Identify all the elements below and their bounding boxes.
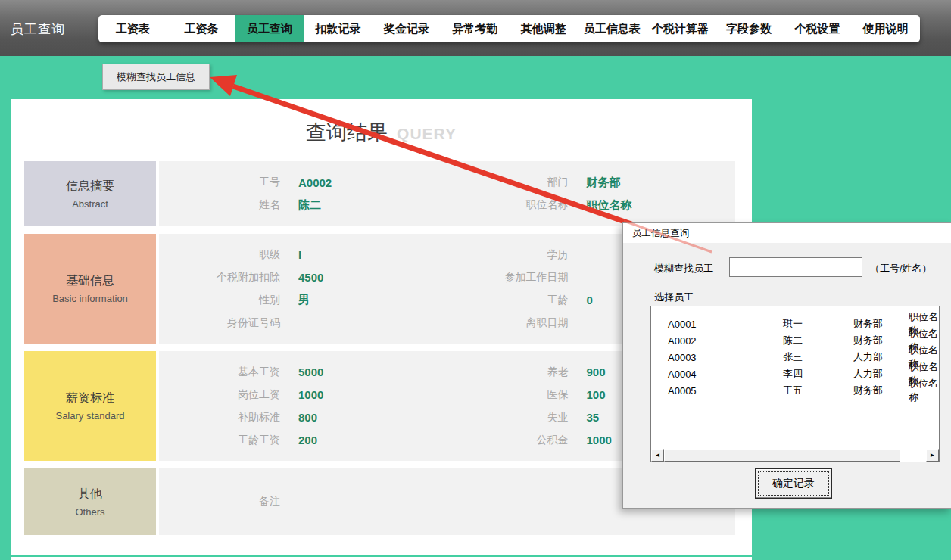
field-label: 工龄工资 [159, 434, 280, 447]
main-nav: 工资表 工资条 员工查询 扣款记录 奖金记录 异常考勤 其他调整 员工信息表 个… [98, 15, 920, 42]
field-label: 医保 [447, 388, 569, 402]
section-others-label: 其他 Others [24, 468, 156, 535]
employee-list-rows: A0001 琪一 财务部 职位名称 A0002 陈二 财务部 职位名称 A000… [651, 306, 939, 449]
field-row: 备注 [159, 490, 447, 513]
field-row: 性别 男 [159, 289, 447, 312]
field-value: 100 [587, 388, 606, 401]
section-name-en: Abstract [72, 198, 108, 210]
field-column-left: 备注 [159, 468, 447, 535]
employee-code: A0003 [668, 352, 783, 363]
field-value: 职位名称 [587, 198, 632, 213]
nav-tab[interactable]: 个税计算器 [646, 15, 714, 42]
nav-tab[interactable]: 员工查询 [235, 15, 304, 42]
field-label: 职级 [159, 248, 280, 262]
field-row: 职级 I [159, 244, 447, 266]
field-value: 800 [298, 411, 317, 424]
employee-code: A0001 [668, 319, 783, 330]
field-value: 200 [298, 434, 317, 446]
employee-name: 李四 [783, 367, 853, 381]
field-column-left: 职级 I 个税附加扣除 4500 性别 男 [159, 234, 447, 344]
nav-tab[interactable]: 个税设置 [783, 15, 851, 42]
fuzzy-search-label: 模糊查找员工 [654, 262, 713, 275]
field-value: 陈二 [298, 198, 321, 213]
employee-list-label: 选择员工 [654, 291, 694, 304]
scrollbar-track[interactable] [664, 449, 926, 462]
field-row: 部门 财务部 [447, 171, 736, 194]
employee-name: 琪一 [783, 317, 853, 331]
field-row: 身份证号码 [159, 312, 447, 334]
field-label: 工龄 [447, 294, 569, 307]
section-abstract-label: 信息摘要 Abstract [24, 161, 156, 226]
nav-tab[interactable]: 扣款记录 [304, 15, 372, 42]
dialog-title-bar[interactable]: 员工信息查询 [623, 223, 951, 243]
section-name-en: Others [75, 506, 104, 518]
field-value: 900 [587, 366, 606, 378]
field-label: 个税附加扣除 [159, 271, 280, 285]
section-name-cn: 薪资标准 [66, 390, 114, 406]
field-value: 35 [587, 411, 600, 424]
scroll-left-button[interactable]: ◄ [651, 449, 664, 462]
employee-dept: 财务部 [853, 317, 909, 331]
field-label: 工号 [159, 176, 280, 189]
field-row: 个税附加扣除 4500 [159, 266, 447, 289]
field-row: 工号 A0002 [159, 171, 447, 194]
panel-title-cn: 查询结果 [306, 121, 388, 144]
section-abstract: 信息摘要 Abstract 工号 A0002 姓名 陈二 [24, 161, 735, 226]
employee-name: 张三 [783, 350, 853, 364]
field-label: 基本工资 [159, 366, 280, 379]
section-name-en: Salary standard [55, 410, 124, 422]
field-value: A0002 [298, 176, 332, 189]
field-value: 1000 [298, 388, 323, 401]
field-column-left: 基本工资 5000 岗位工资 1000 补助标准 800 [159, 351, 447, 461]
employee-list-item[interactable]: A0001 琪一 财务部 职位名称 [651, 310, 939, 327]
field-label: 补助标准 [159, 411, 280, 425]
employee-code: A0004 [668, 369, 783, 380]
horizontal-scrollbar[interactable]: ◄ ► [651, 449, 939, 462]
section-name-en: Basic information [52, 293, 128, 304]
field-value: 0 [587, 294, 593, 306]
field-label: 学历 [447, 248, 569, 262]
field-label: 部门 [447, 176, 569, 189]
panel-bottom-accent [11, 555, 752, 557]
nav-tab[interactable]: 其他调整 [510, 15, 578, 42]
field-row: 补助标准 800 [159, 406, 447, 429]
fuzzy-search-input[interactable] [729, 257, 862, 277]
nav-tab[interactable]: 奖金记录 [373, 15, 441, 42]
panel-title-en: QUERY [397, 125, 457, 142]
field-label: 岗位工资 [159, 388, 280, 402]
field-label: 姓名 [159, 198, 280, 212]
employee-listbox[interactable]: A0001 琪一 财务部 职位名称 A0002 陈二 财务部 职位名称 A000… [650, 306, 940, 462]
employee-dept: 财务部 [853, 334, 909, 347]
field-label: 备注 [159, 495, 280, 509]
employee-code: A0005 [668, 385, 783, 397]
field-row: 岗位工资 1000 [159, 384, 447, 406]
section-name-cn: 其他 [78, 487, 102, 502]
field-value: 5000 [298, 366, 323, 378]
search-hint: （工号/姓名） [870, 262, 932, 275]
nav-tab[interactable]: 员工信息表 [578, 15, 646, 42]
field-label: 失业 [447, 411, 569, 425]
nav-tab[interactable]: 工资条 [167, 15, 235, 42]
employee-dept: 人力部 [853, 367, 909, 381]
panel-title: 查询结果QUERY [11, 119, 752, 149]
field-row: 工龄工资 200 [159, 429, 447, 452]
field-label: 公积金 [447, 434, 569, 447]
section-abstract-fields: 工号 A0002 姓名 陈二 部门 财务部 [159, 161, 735, 226]
field-value: I [298, 248, 301, 261]
nav-tab[interactable]: 异常考勤 [441, 15, 509, 42]
employee-query-dialog: 员工信息查询 模糊查找员工 （工号/姓名） 选择员工 A0001 琪一 财务部 … [622, 222, 951, 509]
nav-tab[interactable]: 工资表 [98, 15, 167, 42]
employee-dept: 人力部 [853, 350, 909, 364]
nav-tab[interactable]: 字段参数 [715, 15, 783, 42]
confirm-record-button[interactable]: 确定记录 [755, 468, 832, 499]
nav-tab[interactable]: 使用说明 [852, 15, 920, 42]
field-value: 1000 [587, 434, 612, 446]
scrollbar-thumb[interactable] [664, 449, 900, 462]
app-title: 员工查询 [11, 20, 65, 38]
section-name-cn: 信息摘要 [66, 179, 114, 194]
fuzzy-search-button[interactable]: 模糊查找员工信息 [102, 64, 210, 90]
field-label: 参加工作日期 [447, 271, 569, 285]
field-value: 男 [298, 293, 310, 307]
app-header: 员工查询 工资表 工资条 员工查询 扣款记录 奖金记录 异常考勤 其他调整 员工… [0, 0, 951, 56]
scroll-right-button[interactable]: ► [926, 449, 939, 462]
